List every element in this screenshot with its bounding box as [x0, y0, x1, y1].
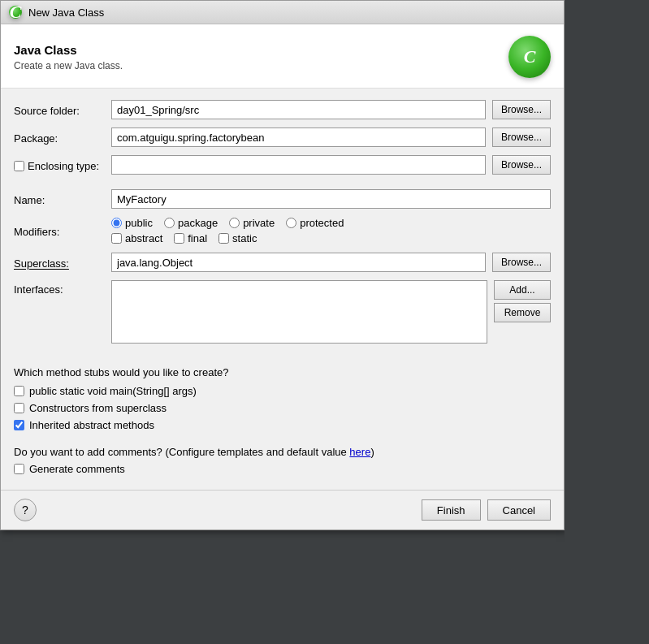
enclosing-type-label-area: Enclosing type:	[14, 158, 111, 172]
dialog-header-icon	[508, 36, 551, 78]
modifier-abstract[interactable]: abstract	[111, 232, 162, 244]
stub-constructors-checkbox[interactable]	[14, 403, 24, 413]
dialog-footer: ? Finish Cancel	[1, 490, 564, 529]
modifier-public-label: public	[125, 217, 153, 229]
enclosing-type-browse-button[interactable]: Browse...	[492, 155, 551, 175]
dialog-title-icon	[9, 6, 22, 19]
modifiers-group: public package private protected	[111, 217, 344, 244]
dialog-header-content: Java Class Create a new Java class.	[14, 43, 123, 71]
help-button[interactable]: ?	[14, 499, 37, 521]
modifier-private[interactable]: private	[229, 217, 275, 229]
superclass-browse-button[interactable]: Browse...	[492, 253, 551, 272]
method-stubs-title: Which method stubs would you like to cre…	[14, 366, 551, 378]
modifiers-check-group: abstract final static	[111, 232, 344, 244]
dialog-form: Source folder: Browse... Package: Browse…	[1, 89, 564, 363]
modifier-package[interactable]: package	[164, 217, 218, 229]
stub-constructors-label: Constructors from superclass	[29, 402, 167, 414]
comments-here-link[interactable]: here	[349, 446, 370, 458]
source-folder-browse-button[interactable]: Browse...	[492, 100, 551, 119]
method-stubs-section: Which method stubs would you like to cre…	[1, 366, 564, 443]
finish-button[interactable]: Finish	[422, 499, 481, 521]
modifier-static-checkbox[interactable]	[218, 233, 229, 244]
modifiers-label: Modifiers:	[14, 224, 111, 238]
generate-comments-label: Generate comments	[29, 463, 125, 475]
footer-action-buttons: Finish Cancel	[422, 499, 551, 521]
interfaces-row: Interfaces: Add... Remove	[14, 280, 551, 344]
generate-comments-checkbox[interactable]	[14, 464, 24, 474]
modifier-protected-label: protected	[300, 217, 344, 229]
superclass-input[interactable]	[111, 253, 486, 272]
modifier-final[interactable]: final	[174, 232, 207, 244]
ide-background-right	[565, 0, 649, 644]
source-folder-row: Source folder: Browse...	[14, 100, 551, 119]
modifier-static[interactable]: static	[218, 232, 257, 244]
package-input[interactable]	[111, 128, 486, 147]
modifier-abstract-label: abstract	[125, 232, 162, 244]
dialog-header: Java Class Create a new Java class.	[1, 24, 564, 89]
modifiers-radio-group: public package private protected	[111, 217, 344, 229]
modifier-package-radio[interactable]	[164, 218, 175, 228]
dialog-title-text: New Java Class	[28, 6, 104, 19]
modifier-protected-radio[interactable]	[286, 218, 296, 228]
modifiers-row: Modifiers: public package private	[14, 217, 551, 244]
interfaces-label: Interfaces:	[14, 280, 111, 296]
name-row: Name:	[14, 189, 551, 209]
method-stub-constructors: Constructors from superclass	[14, 402, 551, 414]
comments-question: Do you want to add comments? (Configure …	[14, 446, 551, 458]
interfaces-remove-button[interactable]: Remove	[494, 303, 551, 322]
form-spacer	[14, 183, 551, 189]
comments-section: Do you want to add comments? (Configure …	[1, 443, 564, 490]
package-row: Package: Browse...	[14, 128, 551, 147]
footer-help-area: ?	[14, 499, 37, 521]
modifier-private-radio[interactable]	[229, 218, 240, 228]
modifier-public-radio[interactable]	[111, 218, 122, 228]
method-stub-inherited: Inherited abstract methods	[14, 419, 551, 431]
interfaces-textarea[interactable]	[111, 280, 487, 344]
enclosing-type-checkbox[interactable]	[14, 161, 24, 171]
stub-main-checkbox[interactable]	[14, 386, 24, 396]
source-folder-label: Source folder:	[14, 103, 111, 117]
package-browse-button[interactable]: Browse...	[492, 128, 551, 147]
modifier-private-label: private	[243, 217, 275, 229]
enclosing-type-input[interactable]	[111, 155, 486, 175]
comments-question-text: Do you want to add comments? (Configure …	[14, 446, 349, 458]
interfaces-buttons-group: Add... Remove	[494, 280, 551, 322]
package-label: Package:	[14, 131, 111, 145]
name-input[interactable]	[111, 189, 551, 209]
method-stub-main: public static void main(String[] args)	[14, 385, 551, 397]
modifier-final-checkbox[interactable]	[174, 233, 184, 244]
stub-main-label: public static void main(String[] args)	[29, 385, 197, 397]
stub-inherited-label: Inherited abstract methods	[29, 419, 154, 431]
modifier-static-label: static	[232, 232, 257, 244]
superclass-label: Superclass:	[14, 256, 111, 270]
interfaces-add-button[interactable]: Add...	[494, 280, 551, 300]
enclosing-type-row: Enclosing type: Browse...	[14, 155, 551, 175]
comments-question-end: )	[370, 446, 374, 458]
modifier-abstract-checkbox[interactable]	[111, 233, 122, 244]
new-java-class-dialog: New Java Class Java Class Create a new J…	[0, 0, 565, 530]
modifier-final-label: final	[188, 232, 207, 244]
stub-inherited-checkbox[interactable]	[14, 420, 24, 430]
superclass-row: Superclass: Browse...	[14, 253, 551, 272]
generate-comments-row: Generate comments	[14, 463, 551, 475]
dialog-subtitle: Create a new Java class.	[14, 60, 123, 71]
modifier-protected[interactable]: protected	[286, 217, 344, 229]
dialog-title-bar: New Java Class	[1, 1, 564, 24]
modifier-public[interactable]: public	[111, 217, 153, 229]
cancel-button[interactable]: Cancel	[487, 499, 551, 521]
source-folder-input[interactable]	[111, 100, 486, 119]
modifier-package-label: package	[178, 217, 218, 229]
dialog-main-title: Java Class	[14, 43, 123, 57]
name-label: Name:	[14, 192, 111, 206]
